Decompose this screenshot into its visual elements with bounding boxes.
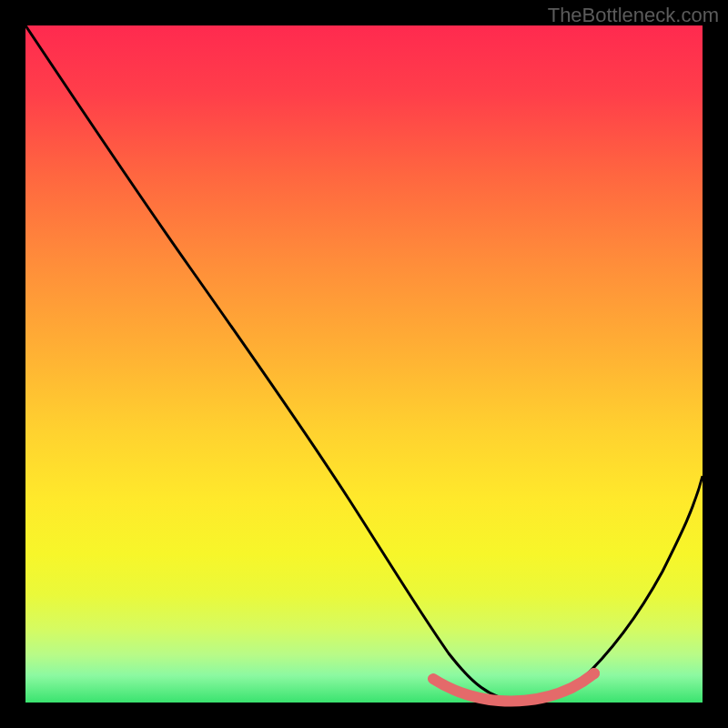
- watermark-text: TheBottleneck.com: [548, 4, 719, 27]
- bottleneck-curve-line: [25, 25, 703, 701]
- chart-svg: [25, 25, 703, 703]
- band-end-marker: [589, 668, 600, 679]
- gradient-plot-area: [25, 25, 703, 703]
- optimal-range-band: [433, 673, 594, 701]
